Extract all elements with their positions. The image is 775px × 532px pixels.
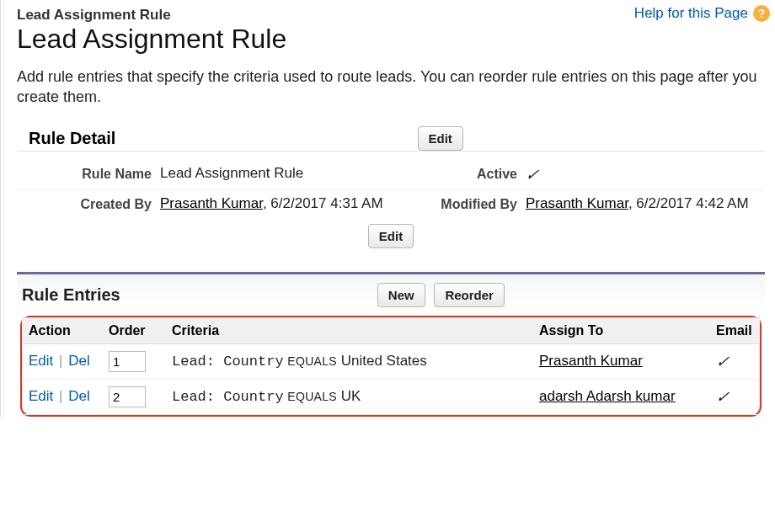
table-row: Edit | Del Lead: Country EQUALS UK adars… — [22, 379, 760, 414]
rule-entries-block: Rule Entries New Reorder Action Order Cr… — [17, 272, 765, 417]
help-link-wrap: Help for this Page ? — [634, 5, 770, 22]
assign-to-link[interactable]: adarsh Adarsh kumar — [539, 388, 676, 404]
rule-entries-heading: Rule Entries — [22, 285, 120, 305]
value-created-by: Prasanth Kumar, 6/2/2017 4:31 AM — [160, 195, 416, 212]
col-criteria: Criteria — [165, 317, 532, 343]
help-icon[interactable]: ? — [753, 5, 770, 22]
pipe-separator: | — [57, 353, 64, 369]
del-link[interactable]: Del — [68, 353, 90, 369]
criteria-op: EQUALS — [287, 390, 337, 403]
page-left-border — [0, 0, 7, 417]
criteria-prefix: Lead: Country — [172, 389, 284, 405]
new-button[interactable]: New — [377, 283, 425, 307]
assign-to-link[interactable]: Prasanth Kumar — [539, 353, 643, 369]
criteria-value: United States — [341, 353, 427, 369]
label-rule-name: Rule Name — [17, 165, 160, 184]
label-modified-by: Modified By — [416, 195, 526, 212]
pipe-separator: | — [57, 388, 64, 404]
edit-link[interactable]: Edit — [29, 388, 53, 404]
table-row: Edit | Del Lead: Country EQUALS United S… — [22, 343, 760, 379]
rule-entries-table: Action Order Criteria Assign To Email Ed… — [22, 317, 760, 415]
check-icon: ✓ — [524, 165, 540, 184]
label-created-by: Created By — [17, 195, 160, 212]
rule-detail-heading: Rule Detail — [29, 129, 115, 148]
edit-button[interactable]: Edit — [418, 126, 463, 151]
order-input[interactable] — [109, 351, 146, 372]
page-description: Add rule entries that specify the criter… — [17, 66, 765, 108]
col-action: Action — [22, 317, 102, 343]
del-link[interactable]: Del — [68, 388, 90, 404]
created-by-user-link[interactable]: Prasanth Kumar — [160, 195, 263, 211]
criteria-value: UK — [341, 388, 361, 404]
criteria-prefix: Lead: Country — [172, 354, 284, 370]
modified-by-date: , 6/2/2017 4:42 AM — [628, 195, 749, 211]
created-by-date: , 6/2/2017 4:31 AM — [263, 195, 383, 211]
value-modified-by: Prasanth Kumar, 6/2/2017 4:42 AM — [526, 195, 765, 212]
label-active: Active — [416, 165, 526, 184]
page-title: Lead Assignment Rule — [17, 24, 765, 55]
value-active: ✓ — [526, 165, 765, 184]
edit-link[interactable]: Edit — [29, 353, 53, 369]
modified-by-user-link[interactable]: Prasanth Kumar — [526, 195, 628, 211]
criteria-op: EQUALS — [287, 354, 337, 368]
rule-detail-header: Rule Detail Edit — [17, 126, 765, 152]
edit-button-bottom[interactable]: Edit — [368, 224, 414, 248]
check-icon: ✓ — [714, 387, 730, 407]
rule-detail-grid: Rule Name Lead Assignment Rule Active ✓ … — [17, 160, 765, 217]
col-email: Email — [709, 317, 760, 343]
order-input[interactable] — [109, 386, 146, 407]
value-rule-name: Lead Assignment Rule — [160, 165, 416, 184]
help-link[interactable]: Help for this Page — [634, 5, 748, 22]
col-order: Order — [102, 317, 165, 343]
rule-entries-annotation: Action Order Criteria Assign To Email Ed… — [20, 316, 762, 417]
reorder-button[interactable]: Reorder — [434, 283, 505, 307]
check-icon: ✓ — [714, 352, 730, 371]
col-assign-to: Assign To — [532, 317, 709, 343]
